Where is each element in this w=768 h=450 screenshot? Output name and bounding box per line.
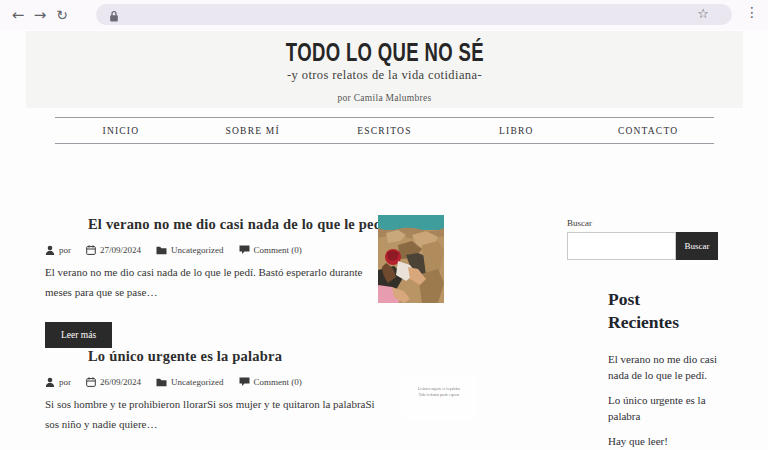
search-input[interactable] [567,232,676,260]
recent-posts-title: Post Recientes [608,288,713,334]
calendar-icon [86,377,96,387]
category-meta[interactable]: Uncategorized [156,377,223,387]
author-label: por [59,377,71,387]
site-title: TODO LO QUE NO SÉ [26,38,743,67]
post-excerpt: El verano no me dio casi nada de lo que … [45,262,385,302]
date-meta: 27/09/2024 [86,245,141,255]
author-icon [45,245,55,255]
search-button[interactable]: Buscar [676,232,718,260]
nav-item-inicio[interactable]: INICIO [55,118,187,143]
nav-item-sobre-mi[interactable]: SOBRE MÍ [187,118,319,143]
search-widget: Buscar [567,232,743,260]
author-meta: por [45,245,71,255]
recent-post-link[interactable]: Lo único urgente es la palabra [608,392,730,425]
post-date: 26/09/2024 [100,377,141,387]
site-header: TODO LO QUE NO SÉ -y otros relatos de la… [26,31,743,108]
nav-item-contacto[interactable]: CONTACTO [582,118,714,143]
calendar-icon [86,245,96,255]
recent-post-link[interactable]: Hay que leer! [608,433,730,450]
author-label: por [59,245,71,255]
lock-icon [109,8,119,27]
post-excerpt: Si sos hombre y te prohibieron llorarSi … [45,394,385,434]
comments-label[interactable]: Comment (0) [254,377,302,387]
nav-item-libro[interactable]: LIBRO [450,118,582,143]
bookmark-star-icon[interactable]: ☆ [697,6,709,21]
search-label: Buscar [567,218,743,228]
read-more-button[interactable]: Leer más [45,322,112,348]
recent-post-link[interactable]: El verano no me dio casi nada de lo que … [608,351,730,384]
site-title-text: TODO LO QUE NO SÉ [285,38,483,67]
post-title[interactable]: Lo único urgente es la palabra [45,348,485,365]
recent-posts-list: El verano no me dio casi nada de lo que … [608,351,730,450]
post-featured-image[interactable] [378,215,444,303]
comments-label[interactable]: Comment (0) [254,245,302,255]
folder-icon [156,378,167,387]
url-bar[interactable]: ☆ [96,4,732,25]
folder-icon [156,246,167,255]
comments-meta[interactable]: Comment (0) [239,245,302,255]
category-label[interactable]: Uncategorized [171,377,223,387]
image-caption-line: Todo lo demás puede esperar [402,392,476,398]
forward-icon[interactable]: → [29,3,51,27]
back-icon[interactable]: ← [7,3,29,27]
browser-menu-icon[interactable]: ⋮ [745,4,759,20]
comment-icon [239,245,250,255]
comments-meta[interactable]: Comment (0) [239,377,302,387]
category-meta[interactable]: Uncategorized [156,245,223,255]
category-label[interactable]: Uncategorized [171,245,223,255]
browser-toolbar: ← → ↻ ☆ ⋮ [0,0,768,30]
reload-icon[interactable]: ↻ [51,3,73,27]
nav-item-escritos[interactable]: ESCRITOS [319,118,451,143]
sidebar: Buscar Buscar Post Recientes El verano n… [567,218,743,450]
author-meta: por [45,377,71,387]
comment-icon [239,377,250,387]
site-subtitle: -y otros relatos de la vida cotidiana- [26,68,743,83]
post-2: Lo único urgente es la palabra por 26/09… [45,348,485,450]
date-meta: 26/09/2024 [86,377,141,387]
post-featured-image[interactable]: Lo único urgente es la palabra Todo lo d… [402,376,476,420]
post-date: 27/09/2024 [100,245,141,255]
post-1: El verano no me dio casi nada de lo que … [45,216,475,348]
author-icon [45,377,55,387]
main-nav: INICIO SOBRE MÍ ESCRITOS LIBRO CONTACTO [55,117,714,144]
site-byline: por Camila Malumbres [26,93,743,103]
